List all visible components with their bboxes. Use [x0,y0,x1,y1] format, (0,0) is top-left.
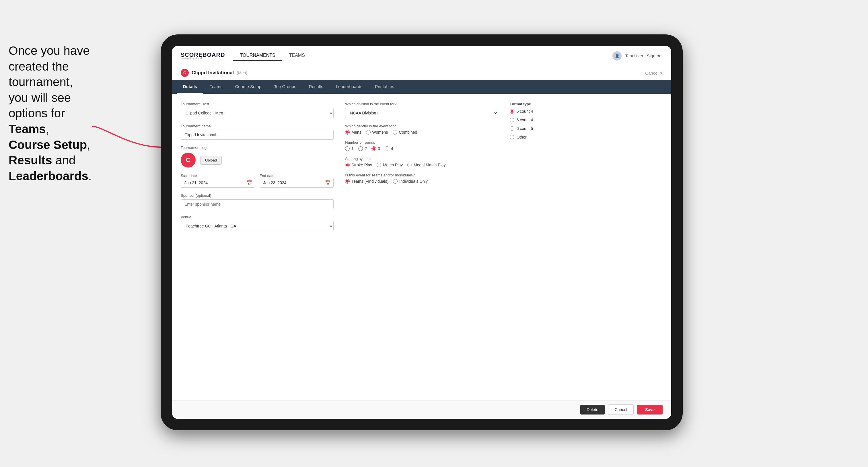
venue-select[interactable]: Peachtree GC - Atlanta - GA [181,221,334,231]
start-date-icon: 📅 [246,180,252,186]
user-signout[interactable]: Test User | Sign out [625,53,662,58]
rounds-4[interactable]: 4 [385,146,393,151]
format-6count5[interactable]: 6 count 5 [510,126,662,131]
gender-womens-radio[interactable] [366,130,371,134]
start-date-input[interactable] [181,178,255,188]
teams-individuals-only[interactable]: Individuals Only [393,179,428,184]
teams-with-ind-radio[interactable] [345,179,350,184]
logo-upload-area: C Upload [181,153,334,167]
scoring-match[interactable]: Match Play [377,163,403,167]
tab-teams[interactable]: Teams [204,80,228,94]
rounds-4-radio[interactable] [385,146,389,151]
logo-preview: C [181,153,196,167]
tournament-host-select[interactable]: Clippd College - Men [181,108,334,118]
rounds-2-radio[interactable] [358,146,363,151]
end-date-label: End date [259,174,275,178]
cancel-button[interactable]: Cancel [608,404,634,415]
main-content: Tournament Host Clippd College - Men Tou… [172,94,671,419]
gender-mens[interactable]: Mens [345,130,361,134]
logo: SCOREBOARD Powered by clippd [181,52,225,60]
gender-radio-group: Mens Womens Combined [345,130,498,134]
format-other-radio[interactable] [510,135,514,139]
delete-button[interactable]: Delete [580,405,604,414]
rounds-2[interactable]: 2 [358,146,367,151]
division-select[interactable]: NCAA Division III [345,108,498,118]
save-button[interactable]: Save [637,405,662,414]
tab-printables[interactable]: Printables [369,80,400,94]
date-group: Start date 📅 End date 📅 [181,173,334,188]
rounds-1-radio[interactable] [345,146,350,151]
format-5count4-radio[interactable] [510,109,514,114]
app-header: SCOREBOARD Powered by clippd TOURNAMENTS… [172,46,671,66]
format-6count4-radio[interactable] [510,118,514,122]
tournament-name-input[interactable] [181,130,334,140]
scoring-medal-radio[interactable] [407,163,412,167]
division-label: Which division is the event for? [345,102,498,106]
rounds-label: Number of rounds [345,140,498,145]
venue-group: Venue Peachtree GC - Atlanta - GA [181,215,334,231]
gender-group: Which gender is the event for? Mens Wome… [345,124,498,134]
teams-radio-group: Teams (+Individuals) Individuals Only [345,179,498,184]
tournament-logo-label: Tournament logo [181,146,334,150]
start-date-label: Start date [181,174,197,178]
tournament-bar: C Clippd Invitational (Men) Cancel X [172,66,671,80]
form-area: Tournament Host Clippd College - Men Tou… [172,94,671,400]
secondary-nav: Details Teams Course Setup Tee Groups Re… [172,80,671,94]
right-column: Format type 5 count 4 6 count 4 6 count … [510,102,662,392]
tournament-host-group: Tournament Host Clippd College - Men [181,102,334,118]
scoring-group: Scoring system Stroke Play Match Play [345,157,498,167]
nav-tab-teams[interactable]: TEAMS [282,51,312,61]
format-5count4[interactable]: 5 count 4 [510,109,662,114]
tournament-title: C Clippd Invitational (Men) [181,69,247,77]
logo-area: SCOREBOARD Powered by clippd TOURNAMENTS… [181,51,312,61]
gender-combined-radio[interactable] [393,130,397,134]
tab-results[interactable]: Results [303,80,330,94]
scoring-match-radio[interactable] [377,163,381,167]
tab-course-setup[interactable]: Course Setup [228,80,268,94]
sponsor-input[interactable] [181,199,334,209]
tournament-name-label: Tournament name [181,124,334,128]
gender-label: Which gender is the event for? [345,124,498,128]
format-6count5-radio[interactable] [510,126,514,131]
venue-label: Venue [181,215,334,219]
end-date-input[interactable] [259,178,334,188]
division-group: Which division is the event for? NCAA Di… [345,102,498,118]
tab-leaderboards[interactable]: Leaderboards [330,80,369,94]
tournament-name: Clippd Invitational [192,70,234,76]
rounds-3-radio[interactable] [371,146,376,151]
tournament-host-label: Tournament Host [181,102,334,106]
rounds-3[interactable]: 3 [371,146,380,151]
rounds-1[interactable]: 1 [345,146,354,151]
end-date-wrap: 📅 [259,178,334,188]
tournament-gender: (Men) [237,70,247,75]
start-date-group: Start date 📅 [181,173,255,188]
date-row: Start date 📅 End date 📅 [181,173,334,188]
end-date-group: End date 📅 [259,173,334,188]
scoring-radio-group: Stroke Play Match Play Medal Match Play [345,163,498,167]
scoring-medal[interactable]: Medal Match Play [407,163,445,167]
gender-womens[interactable]: Womens [366,130,388,134]
tab-details[interactable]: Details [177,80,204,94]
header-right: 👤 Test User | Sign out [613,51,662,61]
rounds-group: Number of rounds 1 2 [345,140,498,151]
scoring-label: Scoring system [345,157,498,161]
scoring-stroke[interactable]: Stroke Play [345,163,372,167]
teams-label: Is this event for Teams and/or Individua… [345,173,498,177]
cancel-top-button[interactable]: Cancel X [645,70,662,75]
gender-combined[interactable]: Combined [393,130,417,134]
gender-mens-radio[interactable] [345,130,350,134]
teams-group: Is this event for Teams and/or Individua… [345,173,498,184]
scoring-stroke-radio[interactable] [345,163,350,167]
tournament-icon: C [181,69,189,77]
sponsor-label: Sponsor (optional) [181,193,334,198]
upload-button[interactable]: Upload [200,156,222,165]
top-nav: TOURNAMENTS TEAMS [233,51,311,61]
format-6count4[interactable]: 6 count 4 [510,118,662,122]
tab-tee-groups[interactable]: Tee Groups [268,80,303,94]
tournament-name-group: Tournament name [181,124,334,140]
tablet-screen: SCOREBOARD Powered by clippd TOURNAMENTS… [172,46,671,419]
format-other[interactable]: Other [510,135,662,139]
teams-ind-only-radio[interactable] [393,179,398,184]
nav-tab-tournaments[interactable]: TOURNAMENTS [233,51,282,61]
teams-with-individuals[interactable]: Teams (+Individuals) [345,179,389,184]
